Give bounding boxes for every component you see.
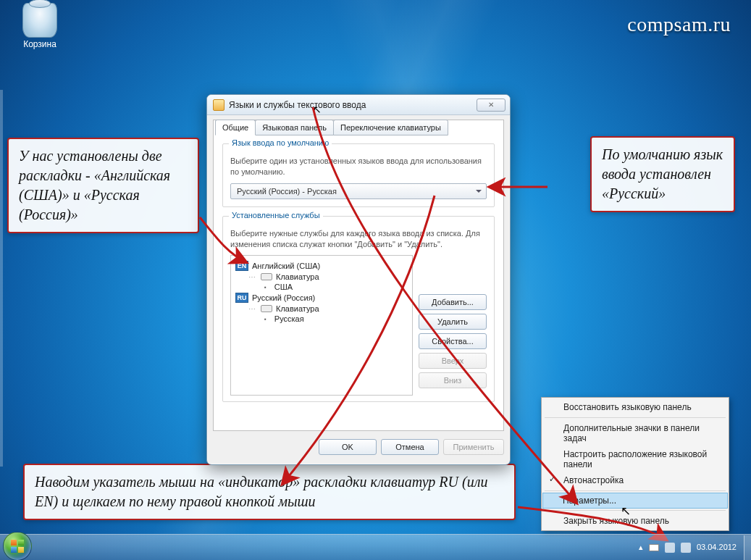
language-bar-context-menu: Восстановить языковую панель Дополнитель… [541, 397, 729, 531]
ctx-separator [545, 417, 726, 418]
keyboard-icon [261, 273, 272, 280]
tree-en-layout[interactable]: США [235, 282, 408, 292]
properties-button[interactable]: Свойства... [419, 333, 487, 349]
tree-en-kbd[interactable]: ⋯ Клавиатура [235, 272, 408, 282]
tree-en-label: Английский (США) [252, 262, 320, 270]
default-lang-combo[interactable]: Русский (Россия) - Русская [230, 183, 487, 199]
tree-ru-label: Русский (Россия) [252, 293, 315, 302]
volume-icon[interactable] [681, 543, 691, 553]
tray-chevron-icon[interactable]: ▴ [639, 543, 643, 552]
action-center-icon[interactable] [649, 544, 659, 551]
dialog-title: Языки и службы текстового ввода [229, 100, 366, 110]
remove-button[interactable]: Удалить [419, 314, 487, 330]
annotation-right: По умолчанию язык ввода установлен «Русс… [590, 136, 735, 212]
dialog-titlebar[interactable]: Языки и службы текстового ввода ✕ [207, 95, 510, 115]
recycle-bin-label: Корзина [14, 39, 65, 49]
tray-clock[interactable]: 03.04.2012 [697, 543, 739, 551]
ctx-separator [545, 490, 726, 491]
add-button[interactable]: Добавить... [419, 294, 487, 310]
up-button: Вверх [419, 353, 487, 369]
tab-content: Язык ввода по умолчанию Выберите один из… [214, 136, 503, 430]
ctx-restore[interactable]: Восстановить языковую панель [543, 399, 727, 415]
services-buttons: Добавить... Удалить Свойства... Вверх Вн… [419, 255, 487, 396]
taskbar[interactable]: ▴ 03.04.2012 [0, 534, 751, 560]
dialog-app-icon [213, 99, 225, 111]
dialog-body: Общие Языковая панель Переключение клави… [213, 120, 504, 431]
tab-strip: Общие Языковая панель Переключение клави… [215, 120, 448, 135]
ctx-extra-icons[interactable]: Дополнительные значки в панели задач [543, 420, 727, 446]
lang-ru-icon: RU [235, 293, 248, 303]
ok-button[interactable]: OK [319, 439, 377, 455]
group-services-hint: Выберите нужные службы для каждого языка… [230, 228, 487, 250]
group-default-lang-legend: Язык ввода по умолчанию [229, 138, 332, 147]
ctx-auto[interactable]: Автонастройка [543, 472, 727, 488]
apply-button: Применить [443, 439, 504, 455]
cursor-icon: ↖ [313, 104, 322, 115]
tree-ru-layout[interactable]: Русская [235, 314, 408, 324]
group-services: Установленные службы Выберите нужные слу… [222, 216, 495, 403]
recycle-bin[interactable]: Корзина [14, 3, 65, 49]
tree-en-layout-label: США [274, 283, 293, 291]
ctx-separator [545, 510, 726, 511]
annotation-bottom: Наводим указатель мыши на «индикатор» ра… [23, 464, 516, 520]
lang-en-icon: EN [235, 261, 248, 271]
tray-date: 03.04.2012 [697, 543, 737, 551]
close-button[interactable]: ✕ [477, 99, 505, 112]
ctx-close[interactable]: Закрыть языковую панель [543, 513, 727, 529]
watermark: compsam.ru [627, 13, 731, 36]
group-default-lang: Язык ввода по умолчанию Выберите один из… [222, 143, 495, 207]
ctx-position[interactable]: Настроить расположение языковой панели [543, 446, 727, 472]
cancel-button[interactable]: Отмена [381, 439, 439, 455]
left-gutter [0, 90, 3, 467]
tree-kbd-label: Клавиатура [276, 272, 319, 281]
tree-ru-layout-label: Русская [274, 314, 304, 323]
ctx-settings[interactable]: Параметры... [542, 493, 728, 509]
dialog-footer: OK Отмена Применить [213, 435, 504, 459]
tab-switch[interactable]: Переключение клавиатуры [333, 120, 448, 135]
tree-en[interactable]: EN Английский (США) [235, 260, 408, 272]
default-lang-value: Русский (Россия) - Русская [237, 187, 337, 196]
group-default-lang-hint: Выберите один из установленных языков вв… [230, 156, 487, 177]
network-icon[interactable] [665, 543, 675, 553]
system-tray[interactable]: ▴ 03.04.2012 [634, 543, 744, 553]
dialog-languages: Языки и службы текстового ввода ✕ ↖ Общи… [206, 94, 511, 465]
tree-ru-kbd[interactable]: ⋯ Клавиатура [235, 304, 408, 314]
services-tree[interactable]: EN Английский (США) ⋯ Клавиатура США [230, 255, 413, 396]
cursor-icon: ↖ [621, 503, 631, 519]
start-button[interactable] [3, 532, 32, 561]
keyboard-icon [261, 305, 272, 312]
tree-kbd-label2: Клавиатура [276, 304, 319, 313]
annotation-left: У нас установлены две раскладки - «Англи… [7, 138, 199, 233]
tree-ru[interactable]: RU Русский (Россия) [235, 292, 408, 304]
group-services-legend: Установленные службы [229, 211, 323, 220]
tab-langbar[interactable]: Языковая панель [255, 120, 334, 135]
show-desktop-button[interactable] [744, 535, 751, 560]
recycle-bin-icon [22, 3, 57, 38]
down-button: Вниз [419, 372, 487, 388]
tab-general[interactable]: Общие [215, 120, 256, 135]
